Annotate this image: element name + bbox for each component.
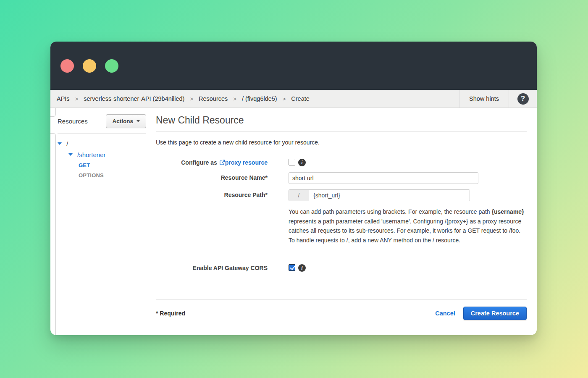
divider [156, 131, 527, 132]
resource-tree: / /shortener GET OPTIONS [50, 138, 151, 180]
cors-row: Enable API Gateway CORS i [156, 262, 527, 272]
content-area: Resources Actions / /shortener GET [50, 108, 537, 335]
close-window-button[interactable] [60, 59, 74, 73]
resource-name-label: Resource Name* [156, 172, 268, 184]
required-note: * Required [156, 310, 185, 317]
maximize-window-button[interactable] [105, 59, 118, 73]
proxy-resource-checkbox[interactable] [289, 159, 295, 165]
path-help-row: You can add path parameters using bracke… [156, 207, 527, 245]
breadcrumb-separator: > [75, 96, 79, 102]
main-panel: New Child Resource Use this page to crea… [151, 108, 537, 335]
path-help-text: You can add path parameters using bracke… [289, 207, 527, 245]
breadcrumb-item-create: Create [291, 95, 310, 102]
browser-window: APIs > serverless-shortener-API (29b4nil… [50, 42, 537, 335]
tree-item-options-method[interactable]: OPTIONS [50, 170, 151, 180]
cors-control: i [289, 262, 306, 272]
tree-item-root[interactable]: / [50, 138, 151, 149]
configure-as-row: Configure asproxy resource i [156, 157, 527, 166]
show-hints-button[interactable]: Show hints [459, 90, 509, 108]
cancel-button[interactable]: Cancel [435, 310, 455, 317]
breadcrumb-separator: > [190, 96, 193, 102]
create-resource-button[interactable]: Create Resource [463, 307, 527, 320]
cors-label: Enable API Gateway CORS [156, 262, 268, 272]
page-intro: Use this page to create a new child reso… [156, 139, 527, 146]
help-text-bold: {username} [492, 208, 524, 215]
breadcrumb-item-resource-path[interactable]: / (fivqg6lde5) [242, 95, 277, 102]
resource-path-label: Resource Path* [156, 189, 268, 201]
configure-as-label: Configure asproxy resource [156, 157, 268, 166]
method-label: OPTIONS [79, 172, 104, 178]
proxy-resource-link[interactable]: proxy resource [225, 159, 268, 166]
tree-item-get-method[interactable]: GET [50, 160, 151, 170]
tree-item-label: / [66, 140, 68, 147]
configure-as-text: Configure as [181, 159, 217, 166]
sidebar-title: Resources [58, 118, 88, 125]
form-footer: * Required Cancel Create Resource [156, 307, 527, 320]
breadcrumb-item-resources[interactable]: Resources [199, 95, 228, 102]
breadcrumb: APIs > serverless-shortener-API (29b4nil… [50, 90, 537, 108]
cors-checkbox[interactable] [289, 264, 295, 271]
breadcrumb-separator: > [233, 96, 236, 102]
breadcrumb-separator: > [283, 96, 286, 102]
spacer [156, 207, 268, 245]
divider [156, 299, 527, 300]
actions-button[interactable]: Actions [106, 114, 146, 128]
tree-item-label: /shortener [77, 151, 106, 158]
resource-path-group: / [289, 189, 470, 201]
method-label: GET [79, 162, 90, 168]
resource-name-row: Resource Name* [156, 172, 527, 184]
resource-path-input[interactable] [309, 190, 470, 201]
window-titlebar [50, 42, 537, 90]
info-icon[interactable]: i [298, 264, 306, 272]
expand-caret-icon[interactable] [68, 153, 73, 156]
sidebar-header: Resources Actions [58, 114, 146, 128]
configure-as-control: i [289, 157, 306, 166]
breadcrumb-item-api-name[interactable]: serverless-shortener-API (29b4nilied) [84, 95, 184, 102]
help-text-part: represents a path parameter called 'user… [289, 218, 521, 244]
help-text-part: You can add path parameters using bracke… [289, 208, 492, 215]
resource-name-input[interactable] [289, 172, 478, 184]
external-link-icon [219, 160, 225, 165]
page-title: New Child Resource [156, 115, 527, 126]
collapsed-panel-edge [55, 137, 56, 335]
tree-item-shortener[interactable]: /shortener [50, 149, 151, 160]
help-button[interactable]: ? [509, 90, 537, 108]
breadcrumb-item-apis[interactable]: APIs [57, 95, 70, 102]
info-icon[interactable]: i [298, 159, 306, 166]
collapsed-panel-edge [50, 108, 56, 117]
minimize-window-button[interactable] [83, 59, 96, 73]
divider [58, 133, 146, 134]
resources-sidebar: Resources Actions / /shortener GET [50, 108, 151, 335]
expand-caret-icon[interactable] [58, 142, 62, 145]
help-icon[interactable]: ? [517, 93, 529, 105]
path-prefix: / [289, 190, 309, 201]
resource-path-row: Resource Path* / [156, 189, 527, 201]
actions-button-label: Actions [112, 118, 133, 124]
caret-down-icon [136, 120, 140, 122]
